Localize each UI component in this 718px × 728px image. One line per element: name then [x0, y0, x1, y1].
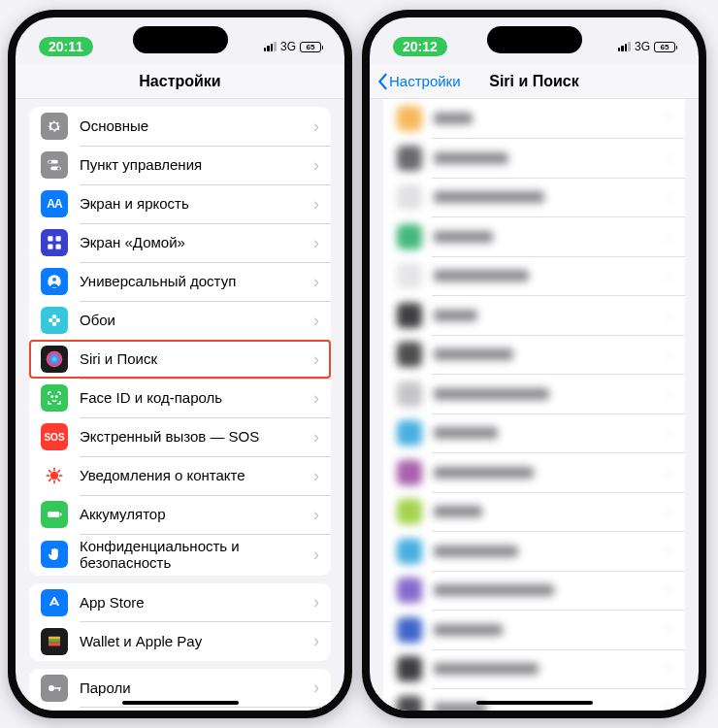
app-row-blurred[interactable]: › [383, 217, 685, 256]
chevron-right-icon: › [313, 631, 319, 651]
app-row-blurred[interactable]: › [383, 375, 685, 414]
chevron-right-icon: › [313, 388, 319, 409]
app-row-blurred[interactable]: › [383, 178, 685, 216]
nav-header: Настройки Siri и Поиск [370, 64, 699, 99]
app-row-blurred[interactable]: › [383, 99, 685, 138]
svg-point-14 [53, 319, 56, 322]
svg-point-12 [56, 318, 61, 323]
settings-row-battery[interactable]: Аккумулятор› [29, 495, 331, 534]
settings-row-siri[interactable]: Siri и Поиск› [29, 340, 331, 379]
row-label: Siri и Поиск [80, 350, 302, 367]
svg-point-9 [52, 278, 56, 281]
home-indicator[interactable] [122, 701, 239, 705]
phone-right: 20:12 3G 65 Настройки Siri и Поиск ›››››… [362, 10, 706, 718]
svg-line-26 [57, 470, 60, 473]
chevron-right-icon: › [313, 233, 319, 253]
settings-row-person[interactable]: Универсальный доступ› [29, 262, 331, 301]
app-row-blurred[interactable]: › [383, 532, 685, 571]
svg-rect-6 [48, 245, 52, 249]
svg-rect-27 [48, 512, 59, 517]
chevron-right-icon: › [313, 155, 319, 176]
svg-rect-29 [49, 636, 60, 639]
app-row-blurred[interactable]: › [383, 335, 685, 374]
sos-icon: SOS [41, 423, 68, 450]
svg-point-17 [56, 396, 58, 398]
svg-rect-4 [48, 236, 52, 241]
siri-icon [41, 346, 68, 373]
siri-search-app-list[interactable]: ››››››››››››››››WhatsApp››› [370, 99, 699, 711]
settings-row-sos[interactable]: SOSЭкстренный вызов — SOS› [29, 417, 331, 456]
phone-left: 20:11 3G 65 Настройки Основные›Пункт упр… [8, 10, 352, 718]
svg-point-11 [49, 318, 53, 323]
virus-icon [41, 462, 68, 489]
settings-row-aa[interactable]: AAЭкран и яркость› [29, 184, 331, 223]
nav-title: Siri и Поиск [489, 73, 579, 90]
appstore-icon [41, 589, 68, 616]
svg-rect-7 [56, 245, 61, 249]
app-row-blurred[interactable]: › [383, 492, 685, 531]
chevron-right-icon: › [313, 466, 319, 486]
row-label: App Store [80, 594, 302, 611]
chevron-right-icon: › [313, 505, 319, 525]
row-label: Уведомления о контакте [80, 467, 302, 483]
svg-point-3 [57, 167, 60, 170]
row-label: Конфиденциальность и безопасность [80, 538, 302, 572]
chevron-right-icon: › [313, 427, 319, 447]
app-row-blurred[interactable]: › [383, 649, 685, 688]
settings-row-grid[interactable]: Экран «Домой»› [29, 223, 331, 262]
svg-line-23 [49, 470, 51, 473]
settings-row-appstore[interactable]: App Store› [29, 583, 331, 622]
settings-list[interactable]: Основные›Пункт управления›AAЭкран и ярко… [16, 99, 344, 711]
key-icon [41, 675, 68, 702]
back-label: Настройки [389, 73, 461, 89]
app-row-blurred[interactable]: › [383, 414, 685, 452]
row-label: Экран «Домой» [80, 234, 302, 250]
network-label: 3G [280, 40, 296, 53]
svg-point-1 [49, 160, 51, 163]
svg-point-18 [50, 472, 58, 480]
battery-icon: 65 [654, 42, 675, 52]
svg-point-13 [52, 322, 57, 327]
app-row-blurred[interactable]: › [383, 453, 685, 492]
row-label: Пароли [80, 679, 302, 696]
row-label: Основные [80, 117, 302, 134]
chevron-right-icon: › [313, 116, 319, 137]
settings-row-flower[interactable]: Обои› [29, 301, 331, 340]
settings-row-gear[interactable]: Основные› [29, 107, 331, 146]
hand-icon [41, 541, 68, 568]
settings-row-virus[interactable]: Уведомления о контакте› [29, 456, 331, 495]
signal-icon [618, 42, 631, 51]
app-row-blurred[interactable]: › [383, 256, 685, 295]
settings-row-wallet[interactable]: Wallet и Apple Pay› [29, 622, 331, 661]
row-label: Обои [80, 312, 302, 328]
app-row-blurred[interactable]: › [383, 689, 685, 711]
wallet-icon [41, 628, 68, 655]
status-time: 20:11 [39, 37, 93, 56]
row-label: Экстренный вызов — SOS [80, 428, 302, 445]
row-label: Face ID и код-пароль [80, 389, 302, 406]
svg-point-15 [47, 351, 63, 368]
switches-icon [41, 151, 68, 179]
svg-line-25 [49, 479, 51, 481]
chevron-right-icon: › [313, 545, 319, 565]
row-label: Wallet и Apple Pay [80, 633, 302, 649]
face-icon [41, 384, 68, 412]
chevron-right-icon: › [313, 272, 319, 292]
battery-icon: 65 [300, 42, 321, 52]
home-indicator[interactable] [476, 701, 593, 705]
app-row-blurred[interactable]: › [383, 571, 685, 610]
app-row-blurred[interactable]: › [383, 139, 685, 178]
settings-row-mail[interactable]: Почта› [29, 708, 331, 711]
settings-row-hand[interactable]: Конфиденциальность и безопасность› [29, 534, 331, 576]
status-time: 20:12 [393, 37, 447, 56]
signal-icon [264, 42, 277, 51]
nav-title: Настройки [139, 73, 220, 90]
row-label: Экран и яркость [80, 195, 302, 212]
app-row-blurred[interactable]: › [383, 296, 685, 335]
back-button[interactable]: Настройки [375, 73, 461, 90]
settings-row-switches[interactable]: Пункт управления› [29, 146, 331, 184]
app-row-blurred[interactable]: › [383, 611, 685, 649]
svg-point-32 [49, 685, 54, 691]
settings-row-face[interactable]: Face ID и код-пароль› [29, 379, 331, 417]
aa-icon: AA [41, 190, 68, 217]
